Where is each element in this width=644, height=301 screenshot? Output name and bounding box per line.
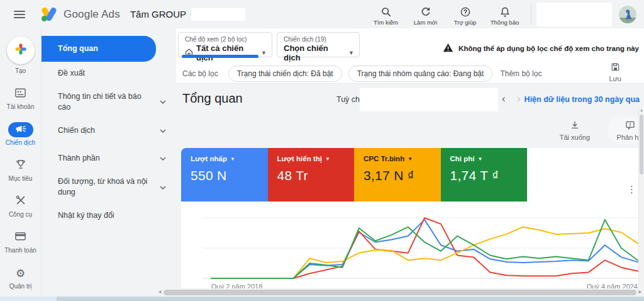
- rail-item-accounts[interactable]: Tài khoản: [0, 86, 41, 110]
- view-filter-warning: Không thể áp dụng bộ lọc chế độ xem cho …: [443, 43, 639, 54]
- chevron-down-icon: [160, 153, 166, 164]
- redacted-date-picker: [360, 88, 498, 111]
- chevron-down-icon: [160, 96, 166, 107]
- google-ads-logo-icon: [40, 8, 58, 21]
- page-title: Tổng quan: [182, 91, 243, 106]
- tools-icon: [15, 195, 26, 208]
- vertical-scrollbar-thumb[interactable]: [640, 115, 643, 174]
- view-selected-indicator: [182, 55, 258, 58]
- download-button[interactable]: Tải xuống: [560, 120, 590, 141]
- horizontal-scrollbar[interactable]: ◄ ►: [156, 288, 644, 297]
- dropdown-caret-icon: ▼: [325, 156, 330, 162]
- plus-icon: [14, 43, 27, 58]
- create-button[interactable]: [7, 37, 35, 64]
- scorecard-avg-cpc[interactable]: CPC Tr.bình▼ 3,17 N ₫: [354, 148, 441, 202]
- filter-bar: Các bộ lọc Trạng thái chiến dịch: Đã bật…: [182, 63, 644, 84]
- create-label: Tạo: [0, 67, 41, 74]
- brand-title: Google Ads: [64, 8, 120, 21]
- vertical-scrollbar[interactable]: ▲ ▼: [638, 107, 644, 293]
- scroll-left-icon[interactable]: ◄: [157, 289, 162, 295]
- campaign-selector[interactable]: Chiến dịch (19) Chọn chiến dịch ▼: [277, 32, 360, 57]
- bell-icon: [485, 6, 525, 18]
- search-icon: [366, 6, 406, 18]
- account-name: Tâm GROUP: [130, 9, 186, 20]
- rail-item-goals[interactable]: Mục tiêu: [0, 158, 41, 182]
- scroll-up-icon[interactable]: ▲: [639, 108, 644, 112]
- save-icon: [611, 63, 620, 74]
- side-nav: Tổng quan Đề xuất Thông tin chi tiết và …: [41, 28, 176, 297]
- rail-item-tools[interactable]: Công cụ: [0, 194, 41, 218]
- horizontal-scrollbar-thumb[interactable]: [164, 290, 636, 295]
- next-range-button[interactable]: ›: [517, 93, 521, 105]
- add-filter-button[interactable]: Thêm bộ lọc: [500, 69, 541, 78]
- download-icon: [570, 122, 580, 132]
- left-rail: Tạo Tài khoản Chiến dịch Mục: [0, 28, 41, 297]
- taskbar-edge: [0, 297, 644, 301]
- nav-item-recommendations[interactable]: Đề xuất: [42, 62, 176, 85]
- date-range-link[interactable]: Hiện dữ liệu trong 30 ngày qua: [525, 95, 640, 104]
- nav-item-insights-reports[interactable]: Thông tin chi tiết và báo cáo: [42, 85, 176, 119]
- card-menu-icon[interactable]: ⋮: [627, 185, 636, 194]
- scorecards: Lượt nhấp▼ 550 N Lượt hiển thị▼ 48 Tr CP…: [181, 148, 527, 202]
- nav-item-assets[interactable]: Thành phần: [42, 147, 176, 170]
- top-app-bar: Google Ads Tâm GROUP Tìm kiếm Làm mới Tr…: [0, 0, 644, 28]
- nav-item-audiences-keywords[interactable]: Đối tượng, từ khoá và nội dung: [42, 170, 176, 204]
- filters-label: Các bộ lọc: [182, 69, 218, 78]
- rail-item-admin[interactable]: ⚙ Quản trị: [0, 266, 41, 290]
- credit-card-icon: [14, 231, 26, 244]
- save-button[interactable]: Lưu: [609, 62, 621, 82]
- nav-item-overview[interactable]: Tổng quan: [42, 36, 156, 62]
- filter-chip-campaign-status[interactable]: Trạng thái chiến dịch: Đã bật: [228, 65, 342, 82]
- main-content: Chế độ xem (2 bộ lọc) Tất cả chiến dịch …: [176, 28, 644, 297]
- nav-item-campaigns[interactable]: Chiến dịch: [42, 119, 176, 142]
- account-card-icon: [14, 88, 26, 101]
- view-selector[interactable]: Chế độ xem (2 bộ lọc) Tất cả chiến dịch …: [178, 32, 272, 57]
- avatar[interactable]: [619, 6, 636, 23]
- redacted-account-info: [536, 3, 612, 26]
- overview-header: Tổng quan Tuỳ chỉnh ‹ › Hiện dữ liệu tro…: [176, 86, 644, 114]
- megaphone-icon: [15, 124, 26, 135]
- dropdown-caret-icon: ▼: [342, 50, 354, 56]
- dropdown-caret-icon: ▼: [230, 156, 235, 162]
- notifications-button[interactable]: Thông báo: [485, 3, 525, 26]
- overview-toolbar: Tải xuống Phản hồi: [176, 115, 644, 148]
- prev-range-button[interactable]: ‹: [502, 93, 506, 105]
- warning-icon: [443, 43, 453, 54]
- filter-chip-adgroup-status[interactable]: Trạng thái nhóm quảng cáo: Đang bật: [348, 65, 493, 82]
- gear-icon: ⚙: [16, 268, 25, 279]
- feedback-icon: [625, 122, 635, 132]
- menu-icon[interactable]: [14, 9, 25, 20]
- rail-item-campaigns[interactable]: Chiến dịch: [0, 122, 41, 146]
- dropdown-caret-icon: ▼: [477, 156, 482, 162]
- search-button[interactable]: Tìm kiếm: [366, 3, 406, 26]
- scorecard-impressions[interactable]: Lượt hiển thị▼ 48 Tr: [268, 148, 355, 202]
- rail-item-billing[interactable]: Thanh toán: [0, 230, 41, 254]
- topbar-divider: [531, 5, 531, 24]
- dropdown-caret-icon: ▼: [408, 156, 413, 162]
- header-panel: Chế độ xem (2 bộ lọc) Tất cả chiến dịch …: [176, 28, 644, 84]
- help-button[interactable]: Trợ giúp: [445, 3, 485, 26]
- refresh-button[interactable]: Làm mới: [406, 3, 445, 26]
- redacted-account-id: [191, 8, 245, 21]
- scroll-right-icon[interactable]: ►: [638, 289, 643, 295]
- overview-card: Lượt nhấp▼ 550 N Lượt hiển thị▼ 48 Tr CP…: [181, 148, 644, 297]
- overview-chart: Quý 2 năm 2018Quý 4 năm 2024: [181, 202, 644, 293]
- nav-item-change-history[interactable]: Nhật ký thay đổi: [42, 204, 176, 227]
- scorecard-cost[interactable]: Chi phí▼ 1,74 T ₫: [441, 148, 528, 202]
- trophy-icon: [15, 159, 26, 173]
- topbar-actions: Tìm kiếm Làm mới Trợ giúp Thông báo: [366, 3, 525, 26]
- refresh-icon: [406, 6, 445, 18]
- help-icon: [445, 6, 485, 18]
- chevron-down-icon: [160, 125, 166, 136]
- chevron-down-icon: [160, 182, 166, 193]
- scorecard-clicks[interactable]: Lượt nhấp▼ 550 N: [181, 148, 268, 202]
